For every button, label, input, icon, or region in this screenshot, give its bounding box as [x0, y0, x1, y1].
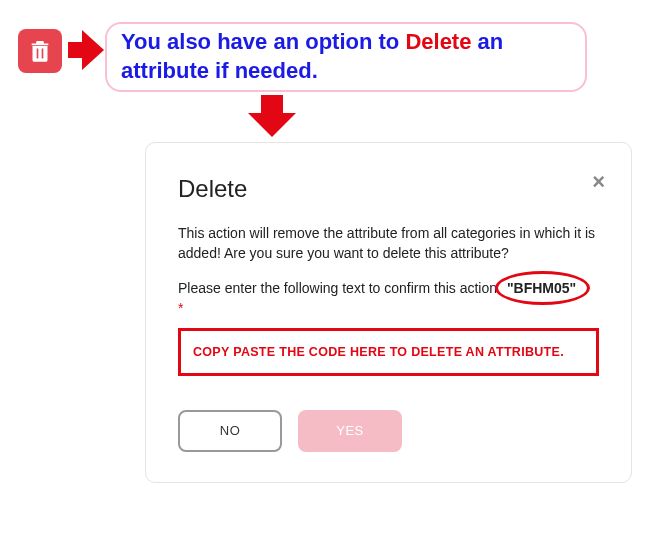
confirm-prompt-line: Please enter the following text to confi… [178, 278, 599, 316]
modal-actions: NO YES [178, 410, 599, 452]
trash-icon [30, 39, 50, 63]
confirm-code-input[interactable]: COPY PASTE THE CODE HERE TO DELETE AN AT… [178, 328, 599, 376]
yes-button[interactable]: YES [298, 410, 402, 452]
confirm-prompt: Please enter the following text to confi… [178, 280, 501, 296]
trash-icon-button[interactable] [18, 29, 62, 73]
no-button[interactable]: NO [178, 410, 282, 452]
callout-text: You also have an option to Delete an att… [121, 28, 571, 85]
confirm-code: "BFHM05" [501, 278, 582, 298]
close-icon[interactable]: × [592, 171, 605, 193]
delete-modal: Delete × This action will remove the att… [145, 142, 632, 483]
modal-body-text: This action will remove the attribute fr… [178, 223, 599, 264]
modal-title: Delete [178, 175, 599, 203]
callout-box: You also have an option to Delete an att… [105, 22, 587, 92]
callout-red: Delete [405, 29, 471, 54]
callout-pre: You also have an option to [121, 29, 405, 54]
